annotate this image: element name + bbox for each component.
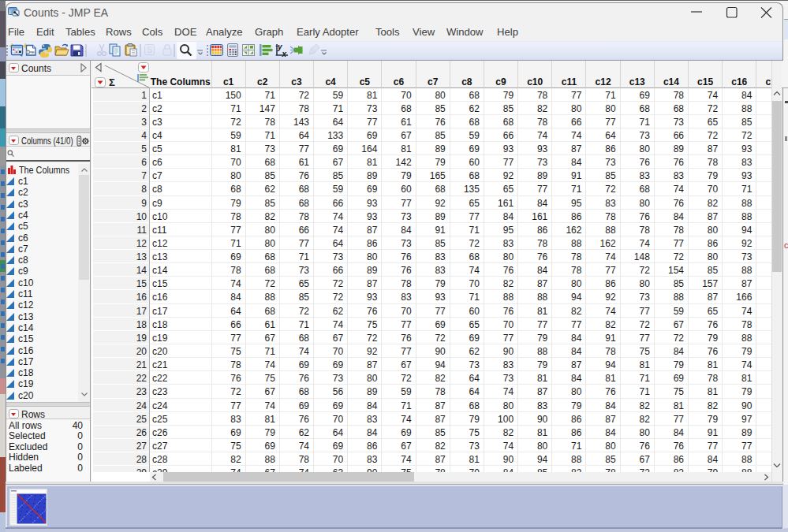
svg-text:S: S [147,46,152,54]
svg-text:x: x [282,50,287,58]
svg-text:Σ: Σ [109,76,115,87]
